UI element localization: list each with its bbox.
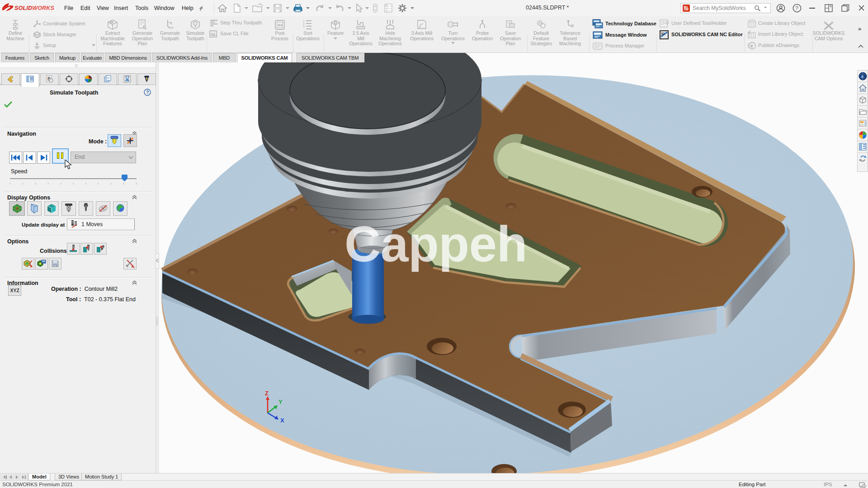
svg-text:3: 3 [303, 25, 305, 28]
svg-text:e: e [750, 43, 753, 48]
svg-text:?: ? [146, 90, 149, 95]
svg-text:CL: CL [211, 33, 216, 37]
svg-text:e: e [861, 74, 863, 79]
svg-text:SOLIDWORKS: SOLIDWORKS [14, 5, 55, 11]
svg-text:1*0: 1*0 [53, 265, 56, 267]
svg-text:?: ? [795, 5, 798, 11]
svg-text:Z: Z [265, 390, 269, 397]
svg-text:Cappeh: Cappeh [344, 216, 527, 272]
svg-text:51: 51 [661, 32, 665, 35]
svg-text:X: X [280, 417, 284, 424]
svg-text:02: 02 [170, 26, 174, 29]
svg-text:Y: Y [278, 398, 283, 405]
svg-text:G1: G1 [278, 23, 283, 27]
